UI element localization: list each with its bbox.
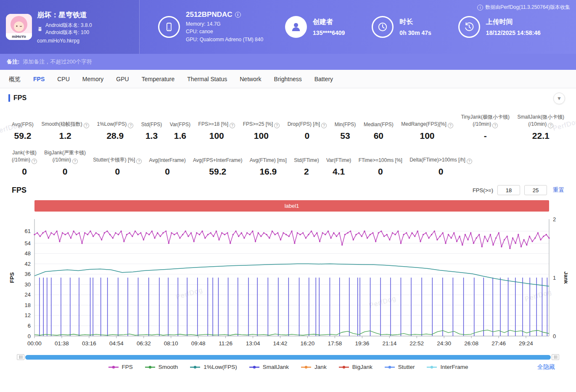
metric: FTime>=100ms [%]0 (359, 149, 402, 177)
note-label: 备注: (7, 58, 19, 66)
label1-bar[interactable]: label1 (34, 200, 549, 212)
metric-value: 0 (149, 167, 186, 177)
help-icon[interactable]: ? (136, 159, 142, 164)
svg-text:11:26: 11:26 (219, 340, 233, 347)
metric: Avg(FPS)59.2 (12, 114, 34, 141)
metric: SmallJank(微小卡顿)(/10min)?22.1 (518, 114, 564, 141)
svg-text:12: 12 (25, 312, 31, 318)
tab-gpu[interactable]: GPU (110, 70, 135, 88)
tab-battery[interactable]: Battery (308, 70, 339, 88)
upload-label: 上传时间 (486, 18, 541, 26)
svg-text:09:48: 09:48 (191, 340, 206, 347)
metric: Smooth(稳帧指数)?1.2 (41, 114, 89, 141)
reset-link[interactable]: 重置 (553, 186, 564, 194)
metric: FPS>=18 [%]?100 (198, 114, 235, 141)
svg-text:Jank: Jank (563, 271, 568, 284)
tab-cpu[interactable]: CPU (51, 70, 76, 88)
svg-text:FPS: FPS (9, 272, 15, 283)
help-icon[interactable]: ? (467, 159, 472, 164)
creator-value: 135****6409 (313, 29, 345, 36)
metric: TinyJank(极微小卡顿)(/10min)?- (461, 114, 510, 141)
help-icon[interactable]: ? (128, 123, 133, 128)
svg-text:22:52: 22:52 (410, 340, 424, 347)
device-name: 2512BPNDAC (186, 11, 233, 19)
help-icon[interactable]: ? (548, 123, 553, 128)
help-icon[interactable]: ? (84, 123, 89, 128)
metric-value: 2 (294, 167, 319, 177)
svg-text:30: 30 (25, 281, 31, 288)
device-info-icon[interactable]: i (235, 12, 241, 18)
clock-icon (372, 16, 394, 38)
metric-value: 0 (288, 131, 327, 141)
svg-text:29:24: 29:24 (519, 340, 533, 347)
tab-memory[interactable]: Memory (76, 70, 110, 88)
chart-area: label1 0612182430364248546101200:0001:38… (8, 200, 568, 370)
collapse-button[interactable]: ▼ (553, 93, 565, 104)
help-icon[interactable]: ? (448, 123, 453, 128)
svg-text:27:46: 27:46 (491, 340, 506, 347)
help-icon[interactable]: ? (274, 123, 280, 128)
svg-text:6: 6 (28, 323, 31, 329)
tab-brightness[interactable]: Brightness (268, 70, 308, 88)
fps-threshold-input-1[interactable] (497, 185, 520, 195)
metric-value: 1.3 (141, 131, 162, 141)
device-gpu: GPU: Qualcomm Adreno (TM) 840 (186, 36, 263, 44)
fps-threshold-input-2[interactable] (524, 185, 547, 195)
legend-stutter[interactable]: Stutter (384, 364, 415, 370)
note-placeholder[interactable]: 添加备注，不超过200个字符 (23, 58, 92, 66)
tab-bar: 概览FPSCPUMemoryGPUTemperatureThermal Stat… (0, 70, 576, 88)
metric: Avg(FTime) [ms]16.9 (250, 149, 287, 177)
svg-text:26:08: 26:08 (464, 340, 478, 347)
metric: BigJank(严重卡顿)(/10min)?0 (44, 149, 86, 177)
device-cpu: CPU: canoe (186, 28, 263, 36)
metric-value: 0 (44, 167, 86, 177)
legend-interframe[interactable]: InterFrame (426, 364, 468, 370)
scrollbar-left-handle[interactable] (17, 354, 24, 360)
help-icon[interactable]: ? (230, 123, 235, 128)
metric-value: 1.2 (41, 131, 89, 141)
tab-network[interactable]: Network (233, 70, 267, 88)
user-icon (285, 16, 307, 38)
tab-fps[interactable]: FPS (27, 70, 51, 88)
metric-value: 53 (335, 131, 356, 141)
svg-text:24: 24 (25, 291, 31, 298)
fps-ge-label: FPS(>=) (473, 187, 493, 193)
tab-概览[interactable]: 概览 (3, 70, 27, 88)
help-icon[interactable]: ? (321, 123, 327, 128)
upload-value: 18/12/2025 14:58:46 (486, 29, 541, 36)
legend-smalljank[interactable]: SmallJank (249, 364, 289, 370)
device-info: 2512BPNDAC i Memory: 14.7G CPU: canoe GP… (158, 11, 263, 44)
help-icon[interactable]: ? (492, 123, 498, 128)
legend-1-low-fps-[interactable]: 1%Low(FPS) (190, 364, 237, 370)
tab-temperature[interactable]: Temperature (135, 70, 181, 88)
chart-scrollbar (17, 354, 559, 360)
note-bar[interactable]: 备注: 添加备注，不超过200个字符 (0, 54, 576, 70)
metric-value: 59.2 (193, 167, 242, 177)
legend-jank[interactable]: Jank (301, 364, 327, 370)
metric-value: 28.9 (97, 131, 133, 141)
app-title: 崩坏：星穹铁道 (37, 10, 92, 20)
legend-bigjank[interactable]: BigJank (338, 364, 373, 370)
fps-chart[interactable]: 0612182430364248546101200:0001:3803:1604… (8, 213, 568, 353)
header: miHoYo 崩坏：星穹铁道 Android版本名: 3.8.0 Android… (0, 0, 576, 54)
svg-text:0: 0 (28, 333, 31, 339)
scrollbar-track[interactable] (25, 355, 551, 360)
creator-info: 创建者 135****6409 (285, 16, 345, 38)
metric-value: 4.1 (326, 167, 351, 177)
chart-legend: FPSSmooth1%Low(FPS)SmallJankJankBigJankS… (17, 364, 559, 370)
metric-value: 0 (12, 167, 37, 177)
legend-smooth[interactable]: Smooth (145, 364, 178, 370)
android-version: Android版本名: 3.8.0 (45, 22, 92, 29)
app-icon: miHoYo (6, 14, 32, 40)
svg-text:03:16: 03:16 (82, 340, 96, 347)
legend-fps[interactable]: FPS (108, 364, 133, 370)
tab-thermal-status[interactable]: Thermal Status (181, 70, 233, 88)
scrollbar-right-handle[interactable] (552, 354, 559, 360)
app-package: com.miHoYo.hkrpg (37, 38, 92, 44)
hide-all-link[interactable]: 全隐藏 (537, 363, 555, 371)
data-source-note: i 数据由PerfDog(11.3.250764)版本收集 (477, 4, 570, 11)
duration-value: 0h 30m 47s (399, 29, 431, 36)
help-icon[interactable]: ? (72, 159, 78, 164)
duration-info: 时长 0h 30m 47s (372, 16, 431, 38)
help-icon[interactable]: ? (32, 159, 37, 164)
